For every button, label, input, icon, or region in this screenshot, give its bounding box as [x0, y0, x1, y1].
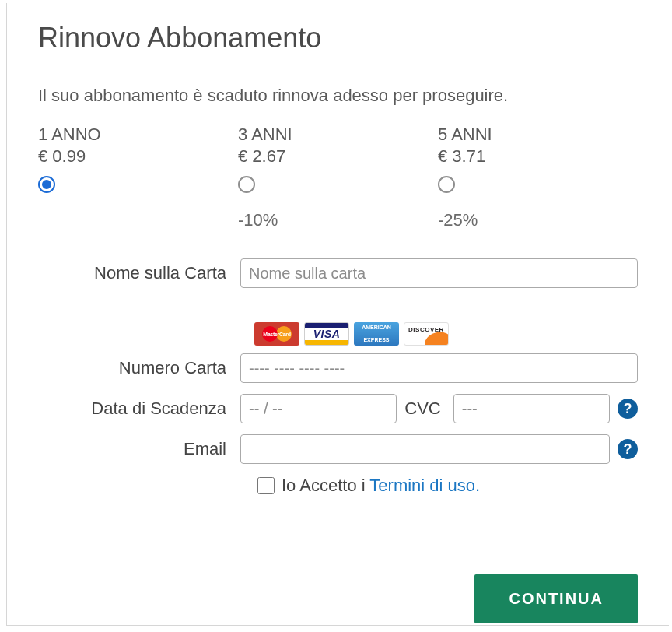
- email-label: Email: [38, 439, 240, 459]
- plan-1-year: 1 ANNO € 0.99: [38, 125, 238, 230]
- terms-link[interactable]: Termini di uso.: [369, 476, 480, 495]
- discover-icon: DISCOVER: [404, 322, 449, 346]
- visa-icon: VISA: [304, 322, 349, 346]
- plan-price: € 2.67: [238, 146, 438, 167]
- cvc-help-icon[interactable]: ?: [618, 399, 638, 419]
- terms-prefix: Io Accetto i: [282, 476, 369, 495]
- mastercard-icon: MasterCard: [254, 322, 299, 346]
- plan-label: 3 ANNI: [238, 125, 438, 145]
- expiry-label: Data di Scadenza: [38, 399, 240, 419]
- renewal-panel: Rinnovo Abbonamento Il suo abbonamento è…: [6, 3, 669, 626]
- plan-5-years: 5 ANNI € 3.71 -25%: [438, 125, 638, 230]
- cvc-input[interactable]: [453, 394, 610, 423]
- continue-button[interactable]: CONTINUA: [474, 574, 638, 623]
- visa-label: VISA: [313, 328, 341, 340]
- page-title: Rinnovo Abbonamento: [38, 22, 638, 54]
- card-brand-row: MasterCard VISA AMERICAN EXPRESS DISCOVE…: [254, 322, 638, 346]
- plan-discount: -25%: [438, 210, 638, 230]
- plan-label: 5 ANNI: [438, 125, 638, 145]
- mastercard-label: MasterCard: [263, 332, 291, 337]
- plan-radio-5-years[interactable]: [438, 176, 455, 193]
- amex-label-1: AMERICAN: [362, 325, 391, 331]
- plan-label: 1 ANNO: [38, 125, 238, 145]
- name-on-card-label: Nome sulla Carta: [38, 263, 240, 283]
- terms-checkbox[interactable]: [257, 477, 275, 494]
- plan-selector: 1 ANNO € 0.99 3 ANNI € 2.67 -10% 5 ANNI …: [38, 125, 638, 230]
- plan-discount: -10%: [238, 210, 438, 230]
- plan-radio-3-years[interactable]: [238, 176, 255, 193]
- cvc-label: CVC: [404, 399, 445, 419]
- email-help-icon[interactable]: ?: [618, 439, 638, 459]
- plan-price: € 0.99: [38, 146, 238, 167]
- expiry-input[interactable]: [240, 394, 397, 423]
- amex-icon: AMERICAN EXPRESS: [354, 322, 399, 346]
- discover-label: DISCOVER: [404, 326, 448, 333]
- page-subtitle: Il suo abbonamento è scaduto rinnova ade…: [38, 86, 638, 106]
- email-input[interactable]: [240, 434, 610, 464]
- name-on-card-input[interactable]: [240, 258, 638, 288]
- plan-radio-1-year[interactable]: [38, 176, 55, 193]
- plan-3-years: 3 ANNI € 2.67 -10%: [238, 125, 438, 230]
- amex-label-2: EXPRESS: [362, 337, 391, 343]
- card-number-label: Numero Carta: [38, 358, 240, 378]
- plan-price: € 3.71: [438, 146, 638, 167]
- terms-row: Io Accetto i Termini di uso.: [254, 475, 638, 497]
- card-number-input[interactable]: [240, 353, 638, 383]
